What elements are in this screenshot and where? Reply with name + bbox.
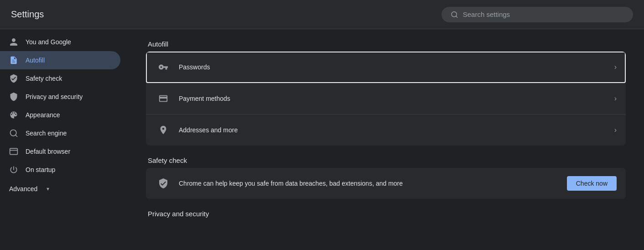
autofill-section: Autofill Passwords › Payment methods: [146, 40, 626, 146]
sidebar-item-appearance[interactable]: Appearance: [0, 106, 120, 124]
safety-check-section-title: Safety check: [146, 156, 626, 164]
sidebar-label-search-engine: Search engine: [26, 130, 67, 137]
sidebar-item-autofill[interactable]: Autofill: [0, 51, 120, 69]
sidebar-label-on-startup: On startup: [26, 166, 55, 173]
person-icon: [9, 37, 18, 47]
safety-shield-icon: [155, 175, 171, 192]
safety-check-description: Chrome can help keep you safe from data …: [179, 180, 560, 187]
passwords-item[interactable]: Passwords ›: [146, 52, 626, 83]
sidebar-item-default-browser[interactable]: Default browser: [0, 142, 120, 161]
sidebar-label-privacy: Privacy and security: [26, 93, 83, 100]
palette-icon: [9, 110, 18, 120]
sidebar-item-search-engine[interactable]: Search engine: [0, 124, 120, 142]
privacy-section-title: Privacy and security: [146, 210, 626, 218]
sidebar-label-safety-check: Safety check: [26, 75, 62, 82]
main-layout: You and Google Autofill Safety check Pri…: [0, 29, 644, 250]
safety-check-item: Chrome can help keep you safe from data …: [146, 168, 626, 199]
addresses-arrow-icon: ›: [614, 126, 617, 134]
svg-rect-4: [10, 148, 18, 154]
autofill-list: Passwords › Payment methods › Addr: [146, 52, 626, 146]
app-title: Settings: [11, 9, 44, 20]
sidebar-label-default-browser: Default browser: [26, 148, 70, 155]
svg-line-3: [16, 135, 17, 137]
sidebar-item-advanced[interactable]: Advanced ▾: [0, 181, 128, 197]
search-icon: [451, 10, 458, 19]
key-icon: [155, 59, 171, 75]
check-now-button[interactable]: Check now: [567, 176, 617, 191]
shield-check-icon: [9, 74, 18, 83]
sidebar: You and Google Autofill Safety check Pri…: [0, 29, 128, 250]
sidebar-label-you-and-google: You and Google: [26, 38, 71, 46]
autofill-icon: [9, 56, 18, 65]
addresses-label: Addresses and more: [179, 126, 614, 134]
payment-methods-item[interactable]: Payment methods ›: [146, 83, 626, 115]
sidebar-item-you-and-google[interactable]: You and Google: [0, 33, 120, 51]
safety-check-section: Safety check Chrome can help keep you sa…: [146, 156, 626, 199]
passwords-arrow-icon: ›: [614, 63, 617, 71]
privacy-shield-icon: [9, 92, 18, 101]
content-area: Autofill Passwords › Payment methods: [128, 29, 644, 250]
advanced-label: Advanced: [9, 185, 37, 193]
top-bar: Settings: [0, 0, 644, 29]
payment-methods-label: Payment methods: [179, 95, 614, 102]
passwords-label: Passwords: [179, 63, 614, 71]
sidebar-label-autofill: Autofill: [26, 57, 45, 64]
autofill-section-title: Autofill: [146, 40, 626, 48]
sidebar-item-on-startup[interactable]: On startup: [0, 161, 120, 179]
search-engine-icon: [9, 129, 18, 138]
chevron-down-icon: ▾: [47, 186, 49, 192]
location-icon: [155, 122, 171, 138]
payment-methods-arrow-icon: ›: [614, 94, 617, 103]
power-icon: [9, 165, 18, 174]
sidebar-item-safety-check[interactable]: Safety check: [0, 69, 120, 88]
sidebar-item-privacy[interactable]: Privacy and security: [0, 88, 120, 106]
browser-icon: [9, 147, 18, 156]
svg-line-1: [456, 16, 457, 17]
sidebar-label-appearance: Appearance: [26, 111, 60, 119]
credit-card-icon: [155, 90, 171, 107]
addresses-item[interactable]: Addresses and more ›: [146, 115, 626, 146]
search-input[interactable]: [463, 10, 624, 18]
search-bar[interactable]: [441, 7, 633, 22]
